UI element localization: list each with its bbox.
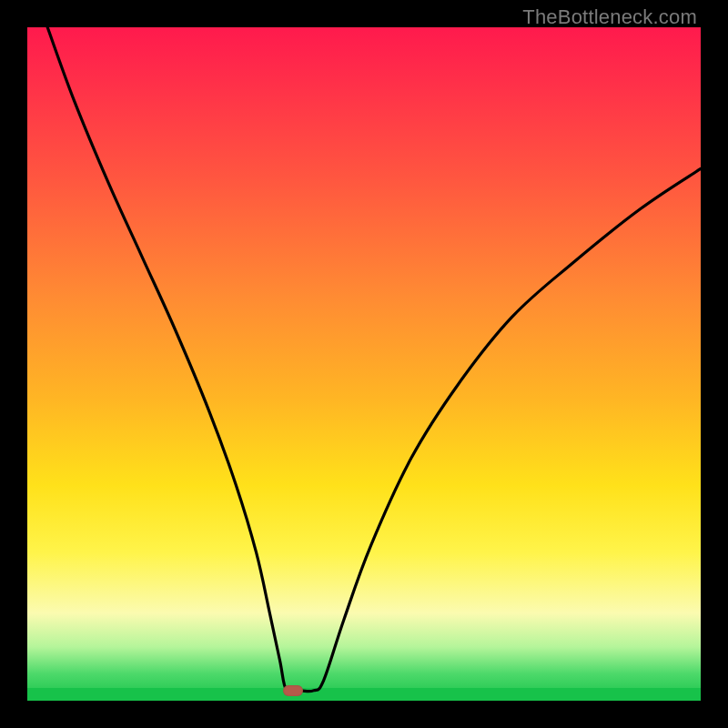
plot-area: [27, 27, 701, 701]
optimum-marker: [283, 685, 303, 696]
watermark-text: TheBottleneck.com: [522, 5, 697, 29]
bottleneck-curve: [27, 27, 701, 701]
chart-frame: TheBottleneck.com: [0, 0, 728, 728]
